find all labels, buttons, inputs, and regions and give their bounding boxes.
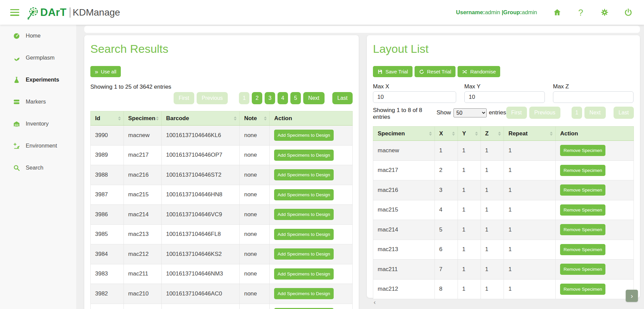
page-button-previous[interactable]: Previous	[529, 107, 560, 119]
page-button-5[interactable]: 5	[290, 92, 301, 104]
cell-action: Add Specimens to Design	[270, 284, 353, 304]
column-header-repeat[interactable]: Repeat	[504, 127, 556, 141]
max-x-input[interactable]	[373, 91, 456, 103]
sidebar-item-experiments[interactable]: Experiments	[0, 69, 76, 91]
cell-specimen: mac212	[373, 279, 435, 299]
brand-logo[interactable]: DArT KDManage	[26, 5, 120, 20]
cell-x: 2	[435, 160, 458, 180]
column-header-x[interactable]: X	[435, 127, 458, 141]
cell-z: 1	[481, 220, 504, 240]
chevron-left-icon[interactable]: ‹	[373, 300, 376, 305]
cell-x: 1	[435, 141, 458, 161]
scroll-right-button[interactable]: ›	[626, 290, 638, 302]
power-icon[interactable]	[624, 8, 632, 17]
add-specimens-button[interactable]: Add Specimens to Design	[274, 248, 333, 260]
reset-icon	[419, 69, 424, 74]
remove-specimen-button[interactable]: Remove Specimen	[560, 165, 605, 176]
page-button-first[interactable]: First	[506, 107, 527, 119]
page-button-next[interactable]: Next	[303, 92, 325, 104]
remove-specimen-button[interactable]: Remove Specimen	[560, 145, 605, 156]
sidebar-item-inventory[interactable]: Inventory	[0, 113, 76, 135]
page-button-1[interactable]: 1	[239, 92, 249, 104]
cell-barcode: 10016137104646KS2	[161, 244, 240, 264]
top-navbar: DArT KDManage Username:admin |Group:admi…	[0, 0, 644, 25]
sidebar-item-markers[interactable]: Markers	[0, 91, 76, 113]
sidebar-item-label: Germplasm	[26, 54, 54, 61]
max-z-input[interactable]	[553, 91, 634, 103]
page-button-previous[interactable]: Previous	[197, 92, 228, 104]
sidebar-item-label: Home	[26, 32, 41, 39]
page-button-1[interactable]: 1	[572, 107, 582, 119]
layout-list-showing-text: Showing 1 to 8 of 8 entries	[373, 107, 436, 120]
column-header-z[interactable]: Z	[481, 127, 504, 141]
page-button-3[interactable]: 3	[265, 92, 275, 104]
home-icon[interactable]	[553, 8, 561, 17]
column-header-y[interactable]: Y	[458, 127, 481, 141]
sidebar-item-search[interactable]: Search	[0, 157, 76, 179]
page-button-next[interactable]: Next	[584, 107, 606, 119]
table-row: 3981mac20910016137104646noneAdd Specimen…	[91, 304, 353, 309]
add-specimens-button[interactable]: Add Specimens to Design	[274, 209, 333, 220]
page-button-4[interactable]: 4	[277, 92, 288, 104]
cell-repeat: 1	[504, 141, 556, 161]
page-button-last[interactable]: Last	[614, 107, 634, 119]
column-header-specimen[interactable]: Specimen	[373, 127, 435, 141]
cell-specimen: mac212	[124, 244, 161, 264]
table-row: mac2136111Remove Specimen	[373, 240, 634, 260]
cell-action: Add Specimens to Design	[270, 264, 353, 284]
cell-x: 8	[435, 279, 458, 299]
remove-specimen-button[interactable]: Remove Specimen	[560, 244, 605, 255]
max-y-input[interactable]	[464, 91, 545, 103]
layout-list-title: Layout List	[373, 41, 634, 56]
page-button-first[interactable]: First	[174, 92, 194, 104]
sort-icon	[118, 116, 121, 120]
add-specimens-button[interactable]: Add Specimens to Design	[274, 150, 333, 161]
add-specimens-button[interactable]: Add Specimens to Design	[274, 189, 333, 200]
table-row: 3988mac21610016137104646ST2noneAdd Speci…	[91, 165, 353, 185]
add-specimens-button[interactable]: Add Specimens to Design	[274, 229, 333, 240]
reset-trial-button[interactable]: Reset Trial	[415, 66, 456, 77]
add-specimens-button[interactable]: Add Specimens to Design	[274, 268, 333, 280]
remove-specimen-button[interactable]: Remove Specimen	[560, 184, 605, 196]
cell-note: none	[240, 145, 270, 165]
use-all-button[interactable]: » Use all	[90, 66, 121, 77]
brand-divider	[70, 7, 70, 18]
column-header-id[interactable]: Id	[91, 111, 124, 126]
column-header-barcode[interactable]: Barcode	[161, 111, 240, 126]
remove-specimen-button[interactable]: Remove Specimen	[560, 264, 605, 275]
cell-y: 1	[458, 180, 481, 200]
page-button-last[interactable]: Last	[332, 92, 353, 104]
randomise-button[interactable]: Randomise	[458, 66, 500, 77]
sidebar-item-home[interactable]: Home	[0, 25, 76, 47]
add-specimens-button[interactable]: Add Specimens to Design	[274, 130, 333, 141]
column-header-note[interactable]: Note	[240, 111, 270, 126]
cell-repeat: 1	[504, 240, 556, 260]
remove-specimen-button[interactable]: Remove Specimen	[560, 204, 605, 216]
settings-icon[interactable]	[600, 8, 609, 17]
sidebar-item-germplasm[interactable]: Germplasm	[0, 47, 76, 69]
layout-list-pagination: FirstPrevious1NextLast	[506, 107, 634, 119]
cell-y: 1	[458, 141, 481, 161]
column-header-specimen[interactable]: Specimen	[124, 111, 161, 126]
cell-note: none	[240, 185, 270, 205]
add-specimens-button[interactable]: Add Specimens to Design	[274, 169, 333, 180]
table-row: 3982mac21010016137104646AC0noneAdd Speci…	[91, 284, 353, 304]
cell-specimen: mac214	[124, 205, 161, 225]
add-specimens-button[interactable]: Add Specimens to Design	[274, 288, 333, 299]
cell-y: 1	[458, 200, 481, 220]
page-size-select[interactable]: 50	[453, 108, 487, 117]
user-info-text: Username:admin |Group:admin	[456, 9, 537, 16]
cell-specimen: mac216	[124, 165, 161, 185]
remove-specimen-button[interactable]: Remove Specimen	[560, 224, 605, 235]
cell-x: 4	[435, 200, 458, 220]
save-trial-button[interactable]: Save Trial	[373, 66, 413, 77]
sort-icon	[234, 116, 237, 120]
help-icon[interactable]: ?	[576, 8, 585, 17]
hamburger-menu-icon[interactable]	[10, 9, 19, 16]
sidebar-item-environment[interactable]: Environment	[0, 135, 76, 157]
page-button-2[interactable]: 2	[252, 92, 262, 104]
cell-id: 3989	[91, 145, 124, 165]
cell-z: 1	[481, 160, 504, 180]
remove-specimen-button[interactable]: Remove Specimen	[560, 284, 605, 295]
cell-id: 3983	[91, 264, 124, 284]
